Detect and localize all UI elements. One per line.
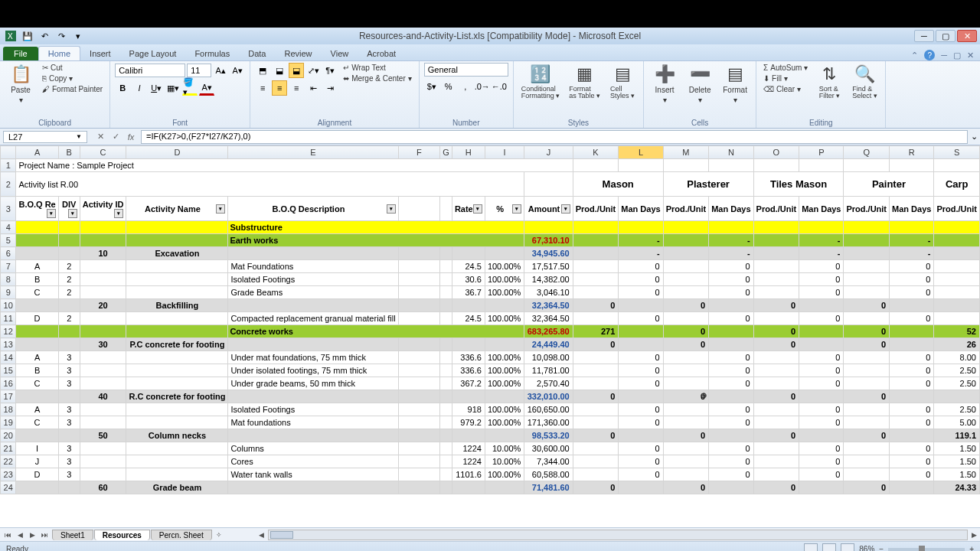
column-header-cell[interactable]: Amount▾ (524, 197, 573, 221)
cell[interactable] (844, 234, 890, 247)
cell[interactable]: 3 (58, 351, 80, 364)
cell[interactable] (663, 455, 709, 468)
cell[interactable]: 52 (934, 325, 980, 338)
column-header-cell[interactable]: Prod./Unit (844, 197, 890, 221)
cell[interactable]: 0 (799, 351, 844, 364)
filter-dropdown-icon[interactable]: ▾ (473, 204, 482, 214)
cell[interactable] (398, 273, 440, 286)
cell[interactable] (80, 403, 126, 416)
cell[interactable]: 0 (619, 351, 663, 364)
cell[interactable]: 2.50 (934, 377, 980, 390)
cell[interactable] (934, 312, 980, 325)
col-header-E[interactable]: E (228, 146, 398, 159)
column-header-cell[interactable]: Man Days (890, 197, 934, 221)
cell[interactable] (398, 299, 440, 312)
name-box[interactable]: L27▼ (3, 131, 87, 143)
cell[interactable] (58, 325, 80, 338)
trader-header[interactable]: Plasterer (663, 172, 753, 197)
cell[interactable] (844, 312, 890, 325)
cell[interactable] (58, 338, 80, 351)
cell[interactable] (709, 299, 753, 312)
cell[interactable] (16, 247, 58, 260)
cell[interactable] (80, 468, 126, 481)
tab-home[interactable]: Home (38, 46, 80, 60)
row-header-15[interactable]: 15 (1, 364, 16, 377)
cell[interactable] (573, 234, 619, 247)
col-header-L[interactable]: L (619, 146, 663, 159)
row-header-7[interactable]: 7 (1, 260, 16, 273)
cell[interactable]: 0 (619, 468, 663, 481)
cell[interactable]: 5.00 (934, 416, 980, 429)
cell[interactable] (573, 260, 619, 273)
cell[interactable]: A (16, 260, 58, 273)
cell[interactable]: - (799, 247, 844, 260)
cell[interactable] (126, 351, 228, 364)
col-header-C[interactable]: C (80, 146, 126, 159)
cell[interactable] (16, 325, 58, 338)
cell[interactable] (753, 403, 799, 416)
cell[interactable]: 3 (58, 377, 80, 390)
cell[interactable]: 100.00% (485, 416, 524, 429)
cell[interactable] (440, 442, 452, 455)
sheet-tab-Resources[interactable]: Resources (94, 530, 150, 540)
cell[interactable] (126, 312, 228, 325)
filter-dropdown-icon[interactable]: ▾ (47, 209, 56, 218)
cell[interactable]: D (16, 468, 58, 481)
cell[interactable] (398, 481, 440, 494)
cell[interactable]: 0 (573, 338, 619, 351)
cell[interactable]: 979.2 (452, 416, 485, 429)
cell[interactable] (126, 234, 228, 247)
filter-dropdown-icon[interactable]: ▾ (114, 209, 123, 218)
cell[interactable]: 17,517.50 (524, 260, 573, 273)
cell[interactable] (80, 312, 126, 325)
column-header-cell[interactable] (440, 197, 452, 221)
format-cells-button[interactable]: ▤Format▾ (719, 63, 751, 106)
select-all-corner[interactable] (1, 146, 16, 159)
cell[interactable]: 119.1 (934, 429, 980, 442)
column-header-cell[interactable]: Prod./Unit (573, 197, 619, 221)
cell[interactable] (573, 442, 619, 455)
row-header-13[interactable]: 13 (1, 338, 16, 351)
cell[interactable] (485, 247, 524, 260)
hscroll-right-icon[interactable]: ▶ (968, 531, 980, 539)
cell[interactable]: 0 (709, 442, 753, 455)
cell[interactable] (485, 429, 524, 442)
cell[interactable] (844, 247, 890, 260)
fill-color-button[interactable]: 🪣▾ (182, 80, 198, 96)
cell[interactable] (440, 468, 452, 481)
cell[interactable] (619, 338, 663, 351)
cell[interactable]: 0 (799, 312, 844, 325)
cell[interactable]: Grade beam (126, 481, 228, 494)
cell[interactable]: 3 (58, 403, 80, 416)
cell[interactable]: 100.00% (485, 273, 524, 286)
cell[interactable]: C (16, 286, 58, 299)
filter-dropdown-icon[interactable]: ▾ (387, 204, 396, 214)
cell[interactable] (80, 416, 126, 429)
cell[interactable]: 0 (619, 364, 663, 377)
paste-button[interactable]: 📋Paste▾ (5, 63, 37, 106)
cell[interactable] (753, 455, 799, 468)
cell[interactable] (844, 260, 890, 273)
row-header-17[interactable]: 17 (1, 390, 16, 403)
cell[interactable]: 0 (844, 338, 890, 351)
cell[interactable] (709, 390, 753, 403)
cell[interactable] (753, 442, 799, 455)
cell[interactable] (663, 416, 709, 429)
cell[interactable] (398, 260, 440, 273)
cell[interactable]: 0 (573, 299, 619, 312)
cell[interactable] (619, 390, 663, 403)
cell[interactable]: 0 (709, 273, 753, 286)
cell[interactable] (440, 416, 452, 429)
cell[interactable]: 0 (799, 286, 844, 299)
row-header-21[interactable]: 21 (1, 442, 16, 455)
cell[interactable]: 683,265.80 (524, 325, 573, 338)
cell[interactable]: 100.00% (485, 403, 524, 416)
cell[interactable] (844, 273, 890, 286)
cell[interactable] (452, 247, 485, 260)
cell[interactable]: 10.00% (485, 442, 524, 455)
cell[interactable]: Isolated Footings (228, 273, 398, 286)
col-header-J[interactable]: J (524, 146, 573, 159)
cell[interactable]: 0 (619, 442, 663, 455)
cell[interactable]: 36.7 (452, 286, 485, 299)
cell[interactable] (16, 481, 58, 494)
